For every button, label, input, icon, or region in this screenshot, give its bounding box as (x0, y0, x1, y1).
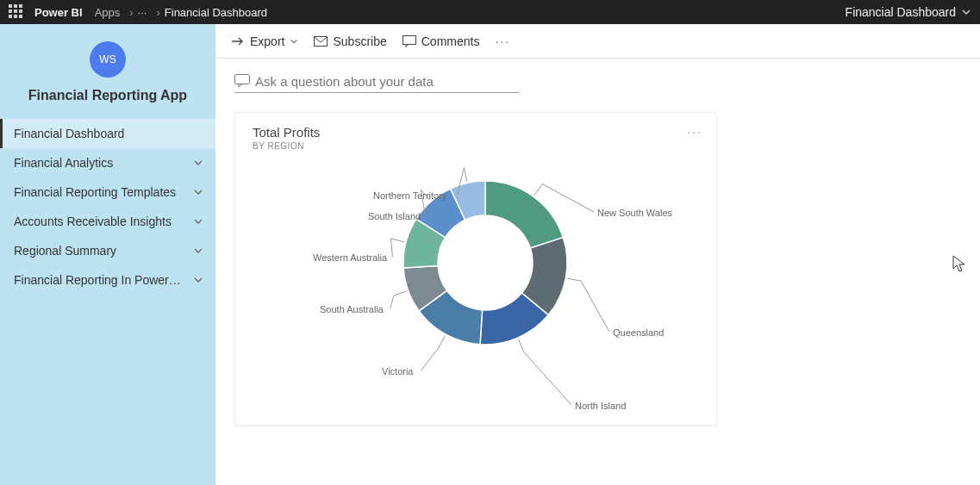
mouse-cursor-icon (952, 255, 968, 274)
sidebar-item-label: Financial Dashboard (14, 127, 124, 140)
dashboard-selector-label: Financial Dashboard (846, 5, 956, 19)
leader-lines (253, 159, 701, 409)
breadcrumb-separator-icon: › (129, 6, 133, 19)
sidebar-item-regional-summary[interactable]: Regional Summary (0, 236, 215, 265)
sidebar: WS Financial Reporting App Financial Das… (0, 24, 215, 485)
sidebar-item-label: Financial Analytics (14, 156, 113, 170)
tile-title: Total Profits (253, 125, 699, 140)
toolbar: Export Subscribe Comments ··· (215, 24, 980, 59)
qna-input[interactable] (234, 71, 519, 93)
export-button[interactable]: Export (231, 34, 298, 48)
subscribe-button[interactable]: Subscribe (314, 34, 386, 48)
app-title: Financial Reporting App (0, 88, 215, 103)
chevron-down-icon (193, 275, 203, 285)
sidebar-item-financial-reporting-templates[interactable]: Financial Reporting Templates (0, 177, 215, 207)
sidebar-item-label: Financial Reporting In Power… (14, 273, 181, 287)
report-canvas: Total Profits BY REGION ··· New South Wa… (215, 100, 980, 485)
sidebar-item-financial-dashboard[interactable]: Financial Dashboard (0, 119, 215, 148)
app-launcher-icon[interactable] (9, 4, 24, 20)
chart-label: North Island (575, 401, 626, 411)
chevron-down-icon (193, 187, 203, 197)
chart-label: South Island (368, 211, 421, 221)
more-options-button[interactable]: ··· (495, 34, 510, 48)
sidebar-item-financial-analytics[interactable]: Financial Analytics (0, 148, 215, 177)
chart-label: Western Australia (313, 252, 387, 263)
export-icon (231, 35, 245, 47)
breadcrumb-apps[interactable]: Apps (95, 6, 121, 19)
chart-label: Northern Territory (373, 190, 446, 201)
subscribe-label: Subscribe (333, 34, 386, 48)
mail-icon (314, 36, 328, 47)
sidebar-item-label: Financial Reporting Templates (14, 185, 176, 199)
comments-button[interactable]: Comments (403, 34, 480, 48)
avatar-initials: WS (99, 53, 115, 65)
chart-label: South Australia (320, 304, 384, 314)
export-label: Export (250, 34, 284, 48)
donut-chart: New South WalesQueenslandNorth IslandVic… (253, 159, 701, 409)
sidebar-item-accounts-receivable-insights[interactable]: Accounts Receivable Insights (0, 207, 215, 236)
comment-icon (403, 35, 416, 47)
chevron-down-icon (193, 158, 203, 168)
avatar[interactable]: WS (90, 41, 126, 78)
sidebar-item-label: Accounts Receivable Insights (14, 215, 172, 228)
tile-more-button[interactable]: ··· (687, 125, 702, 139)
dashboard-selector[interactable]: Financial Dashboard (846, 5, 971, 19)
breadcrumb-separator-icon: › (156, 6, 159, 19)
chevron-down-icon (961, 7, 971, 17)
qna-bar (215, 59, 980, 100)
sidebar-item-financial-reporting-in-power[interactable]: Financial Reporting In Power… (0, 265, 215, 295)
tile-subtitle: BY REGION (253, 141, 699, 151)
tile-total-profits[interactable]: Total Profits BY REGION ··· New South Wa… (234, 112, 717, 426)
sidebar-item-label: Regional Summary (14, 244, 116, 258)
svg-rect-0 (315, 36, 328, 46)
chevron-down-icon (193, 246, 203, 256)
chart-label: Queensland (613, 327, 664, 338)
svg-rect-1 (403, 35, 415, 44)
chevron-down-icon (290, 37, 298, 46)
top-bar: Power BI Apps › ··· › Financial Dashboar… (0, 0, 980, 24)
main-area: Export Subscribe Comments ··· Total Prof… (215, 24, 980, 485)
breadcrumb-ellipsis[interactable]: ··· (138, 6, 147, 19)
breadcrumb-current: Financial Dashboard (165, 6, 267, 19)
chevron-down-icon (193, 216, 203, 227)
chart-label: Victoria (382, 366, 413, 376)
brand-label: Power BI (34, 6, 83, 19)
comments-label: Comments (421, 34, 480, 48)
chart-label: New South Wales (597, 208, 672, 218)
